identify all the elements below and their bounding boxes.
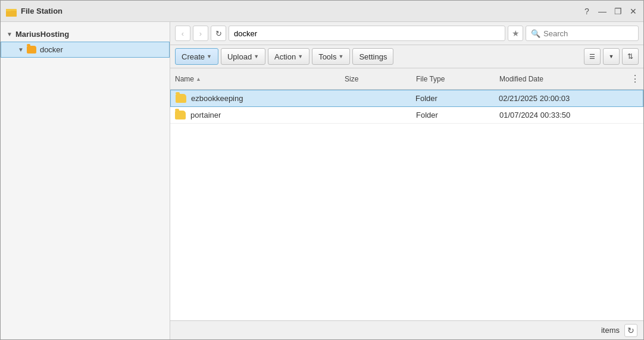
minimize-button[interactable]: — xyxy=(597,6,608,17)
search-bar: 🔍 xyxy=(526,26,639,41)
column-header-filetype[interactable]: File Type xyxy=(411,71,495,87)
tools-dropdown-arrow: ▼ xyxy=(339,53,344,59)
window-controls: ? — ❐ ✕ xyxy=(582,6,639,17)
file-cell-size xyxy=(340,107,411,123)
favorite-button[interactable]: ★ xyxy=(508,26,523,41)
column-header-modified[interactable]: Modified Date xyxy=(495,71,626,87)
chevron-down-icon: ▼ xyxy=(609,53,614,59)
path-bar xyxy=(229,26,505,41)
table-row[interactable]: portainer Folder 01/07/2024 00:33:50 xyxy=(170,107,643,124)
tools-label: Tools xyxy=(318,52,336,61)
app-title: File Station xyxy=(21,7,582,15)
folder-icon xyxy=(175,111,186,119)
list-view-icon: ☰ xyxy=(589,53,595,61)
create-dropdown-arrow: ▼ xyxy=(207,53,212,59)
view-options-button[interactable]: ▼ xyxy=(603,48,620,65)
sidebar-item-docker[interactable]: ▼ docker xyxy=(1,42,170,58)
create-label: Create xyxy=(182,52,205,61)
file-cell-type: Folder xyxy=(411,90,494,106)
maximize-button[interactable]: ❐ xyxy=(612,6,623,17)
bottom-refresh-button[interactable]: ↻ xyxy=(624,324,637,337)
file-station-window: File Station ? — ❐ ✕ ▼ MariusHosting ▼ d… xyxy=(0,0,644,340)
tools-button[interactable]: Tools ▼ xyxy=(312,48,350,65)
table-row[interactable]: ezbookkeeping Folder 02/21/2025 20:00:03 xyxy=(170,90,643,107)
action-label: Action xyxy=(274,52,296,61)
file-list-header: Name ▲ Size File Type Modified Date ⋮ xyxy=(170,68,643,90)
file-list: Name ▲ Size File Type Modified Date ⋮ xyxy=(170,68,643,320)
bottom-bar: items ↻ xyxy=(170,320,643,339)
file-row-more-button[interactable] xyxy=(625,90,643,106)
sidebar-item-label: docker xyxy=(40,45,63,54)
items-count: items xyxy=(601,326,620,335)
settings-button[interactable]: Settings xyxy=(352,48,393,65)
sort-button[interactable]: ⇅ xyxy=(622,48,639,65)
close-button[interactable]: ✕ xyxy=(628,6,639,17)
main-content: ▼ MariusHosting ▼ docker ‹ › ↻ ★ xyxy=(1,22,643,339)
right-panel: ‹ › ↻ ★ 🔍 Create ▼ Upload xyxy=(170,22,643,339)
chevron-right-icon: ▼ xyxy=(18,46,24,53)
list-view-button[interactable]: ☰ xyxy=(584,48,601,65)
folder-icon xyxy=(176,94,186,103)
column-header-more: ⋮ xyxy=(626,71,643,87)
titlebar: File Station ? — ❐ ✕ xyxy=(1,1,643,22)
toolbar-top: ‹ › ↻ ★ 🔍 xyxy=(170,22,643,45)
more-options-icon[interactable]: ⋮ xyxy=(630,73,640,84)
folder-icon xyxy=(27,46,36,53)
sidebar-group-label: MariusHosting xyxy=(15,30,69,39)
action-button[interactable]: Action ▼ xyxy=(268,48,310,65)
svg-rect-2 xyxy=(6,9,11,11)
help-button[interactable]: ? xyxy=(582,6,592,17)
file-cell-type: Folder xyxy=(411,107,495,123)
create-button[interactable]: Create ▼ xyxy=(175,48,218,65)
sidebar-group-header[interactable]: ▼ MariusHosting xyxy=(1,27,170,42)
settings-label: Settings xyxy=(359,52,387,61)
chevron-down-icon: ▼ xyxy=(7,31,12,37)
sort-arrow-name: ▲ xyxy=(196,76,201,82)
sidebar-group-mariushosting: ▼ MariusHosting ▼ docker xyxy=(1,27,170,58)
upload-dropdown-arrow: ▼ xyxy=(254,53,259,59)
column-header-name[interactable]: Name ▲ xyxy=(170,71,340,87)
file-row-more-button[interactable] xyxy=(626,107,643,123)
file-cell-name: portainer xyxy=(170,107,340,123)
file-cell-date: 02/21/2025 20:00:03 xyxy=(494,90,625,106)
action-dropdown-arrow: ▼ xyxy=(298,53,303,59)
file-cell-name: ezbookkeeping xyxy=(171,90,339,106)
path-input[interactable] xyxy=(234,29,500,38)
column-header-size[interactable]: Size xyxy=(340,71,411,87)
search-input[interactable] xyxy=(543,29,633,38)
app-icon xyxy=(5,5,17,17)
file-cell-date: 01/07/2024 00:33:50 xyxy=(495,107,626,123)
refresh-button[interactable]: ↻ xyxy=(211,26,226,41)
upload-button[interactable]: Upload ▼ xyxy=(221,48,265,65)
svg-rect-1 xyxy=(6,11,17,17)
sort-icon: ⇅ xyxy=(627,52,633,61)
action-toolbar: Create ▼ Upload ▼ Action ▼ Tools ▼ Setti… xyxy=(170,45,643,68)
upload-label: Upload xyxy=(227,52,252,61)
search-icon: 🔍 xyxy=(531,29,540,38)
file-cell-size xyxy=(339,90,411,106)
forward-button[interactable]: › xyxy=(193,26,208,41)
sidebar: ▼ MariusHosting ▼ docker xyxy=(1,22,170,339)
back-button[interactable]: ‹ xyxy=(175,26,190,41)
